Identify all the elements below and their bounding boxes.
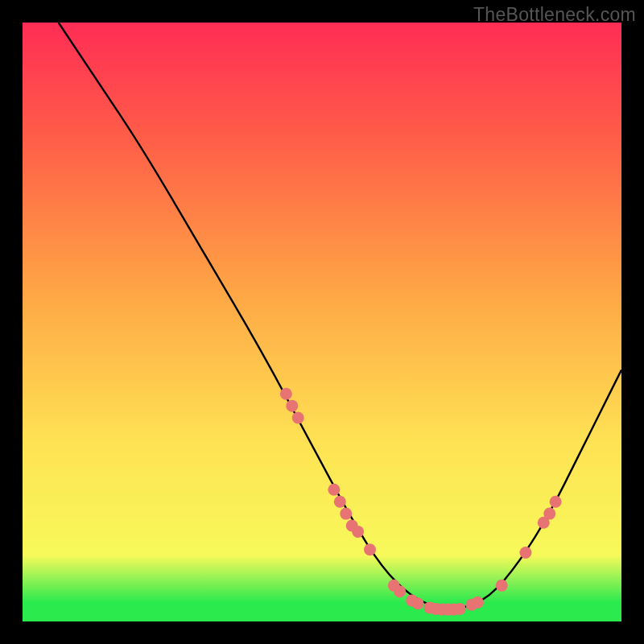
curve-marker: [436, 604, 448, 616]
curve-marker: [340, 508, 352, 520]
curve-marker: [406, 594, 418, 606]
curve-marker: [430, 603, 442, 615]
bottleneck-curve: [59, 23, 621, 609]
curve-markers: [280, 388, 562, 616]
curve-marker: [423, 601, 436, 613]
chart-svg: [23, 23, 621, 621]
curve-marker: [519, 547, 531, 559]
chart-plot-area: [23, 23, 621, 621]
curve-marker: [472, 597, 484, 609]
curve-marker: [466, 599, 478, 611]
curve-marker: [388, 580, 400, 592]
curve-marker: [496, 580, 508, 592]
curve-marker: [286, 400, 298, 412]
watermark-text: TheBottleneck.com: [473, 4, 636, 26]
curve-marker: [364, 543, 376, 555]
curve-marker: [538, 517, 550, 529]
curve-marker: [412, 597, 424, 609]
curve-marker: [442, 604, 454, 616]
curve-marker: [292, 412, 304, 424]
curve-marker: [346, 519, 358, 531]
curve-marker: [543, 508, 555, 520]
curve-marker: [394, 585, 406, 597]
curve-marker: [448, 604, 460, 616]
curve-marker: [328, 484, 340, 496]
curve-marker: [352, 526, 364, 538]
curve-marker: [280, 388, 292, 400]
curve-marker: [334, 496, 346, 508]
curve-marker: [454, 603, 466, 615]
curve-marker: [550, 496, 562, 508]
